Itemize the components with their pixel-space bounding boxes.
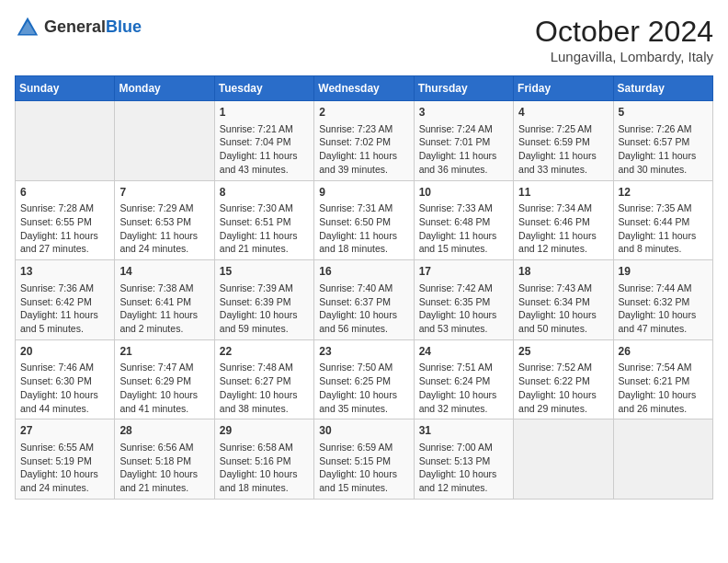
day-info: Sunrise: 7:48 AM Sunset: 6:27 PM Dayligh…	[220, 361, 309, 415]
column-header-friday: Friday	[514, 76, 613, 101]
day-number: 12	[619, 185, 708, 201]
logo-general-text: General	[44, 17, 106, 36]
calendar-cell: 6Sunrise: 7:28 AM Sunset: 6:55 PM Daylig…	[16, 180, 115, 260]
day-number: 25	[518, 344, 608, 360]
day-number: 15	[220, 264, 309, 280]
calendar-cell	[613, 419, 712, 500]
day-info: Sunrise: 7:33 AM Sunset: 6:48 PM Dayligh…	[419, 201, 508, 256]
day-info: Sunrise: 7:40 AM Sunset: 6:37 PM Dayligh…	[319, 282, 408, 336]
day-info: Sunrise: 7:25 AM Sunset: 6:59 PM Dayligh…	[518, 122, 608, 177]
calendar-cell: 16Sunrise: 7:40 AM Sunset: 6:37 PM Dayli…	[314, 260, 414, 340]
day-number: 2	[319, 105, 408, 121]
month-title: October 2024	[535, 15, 713, 49]
calendar-header-row: SundayMondayTuesdayWednesdayThursdayFrid…	[16, 76, 713, 101]
calendar-week-row: 27Sunrise: 6:55 AM Sunset: 5:19 PM Dayli…	[16, 419, 713, 500]
calendar-cell: 14Sunrise: 7:38 AM Sunset: 6:41 PM Dayli…	[115, 260, 214, 340]
calendar-cell: 9Sunrise: 7:31 AM Sunset: 6:50 PM Daylig…	[314, 180, 414, 260]
day-info: Sunrise: 6:55 AM Sunset: 5:19 PM Dayligh…	[20, 441, 109, 495]
calendar-cell: 28Sunrise: 6:56 AM Sunset: 5:18 PM Dayli…	[115, 419, 214, 500]
calendar-cell: 31Sunrise: 7:00 AM Sunset: 5:13 PM Dayli…	[414, 419, 513, 500]
day-number: 30	[319, 423, 408, 439]
calendar-cell: 13Sunrise: 7:36 AM Sunset: 6:42 PM Dayli…	[16, 260, 115, 340]
logo-blue-text: Blue	[106, 17, 142, 36]
day-number: 16	[319, 264, 408, 280]
day-info: Sunrise: 7:29 AM Sunset: 6:53 PM Dayligh…	[119, 201, 209, 256]
day-number: 10	[419, 185, 508, 201]
day-number: 14	[119, 264, 209, 280]
calendar-cell: 21Sunrise: 7:47 AM Sunset: 6:29 PM Dayli…	[115, 339, 214, 419]
day-number: 4	[518, 105, 608, 121]
day-number: 1	[220, 105, 309, 121]
day-info: Sunrise: 7:35 AM Sunset: 6:44 PM Dayligh…	[619, 201, 708, 256]
day-info: Sunrise: 7:39 AM Sunset: 6:39 PM Dayligh…	[220, 282, 309, 336]
day-info: Sunrise: 7:50 AM Sunset: 6:25 PM Dayligh…	[319, 361, 408, 415]
calendar-week-row: 13Sunrise: 7:36 AM Sunset: 6:42 PM Dayli…	[16, 260, 713, 340]
day-info: Sunrise: 7:51 AM Sunset: 6:24 PM Dayligh…	[419, 361, 508, 415]
day-info: Sunrise: 7:31 AM Sunset: 6:50 PM Dayligh…	[319, 201, 408, 256]
day-info: Sunrise: 7:26 AM Sunset: 6:57 PM Dayligh…	[619, 122, 708, 177]
column-header-wednesday: Wednesday	[314, 76, 414, 101]
day-number: 3	[419, 105, 508, 121]
day-number: 8	[220, 185, 309, 201]
day-info: Sunrise: 7:44 AM Sunset: 6:32 PM Dayligh…	[619, 282, 708, 336]
calendar-cell: 25Sunrise: 7:52 AM Sunset: 6:22 PM Dayli…	[514, 339, 613, 419]
column-header-sunday: Sunday	[16, 76, 115, 101]
day-info: Sunrise: 6:56 AM Sunset: 5:18 PM Dayligh…	[119, 441, 209, 495]
day-number: 6	[20, 185, 109, 201]
day-number: 28	[119, 423, 209, 439]
day-info: Sunrise: 7:23 AM Sunset: 7:02 PM Dayligh…	[319, 122, 408, 177]
day-info: Sunrise: 7:38 AM Sunset: 6:41 PM Dayligh…	[119, 282, 209, 336]
day-info: Sunrise: 7:30 AM Sunset: 6:51 PM Dayligh…	[220, 201, 309, 256]
day-number: 18	[518, 264, 608, 280]
column-header-saturday: Saturday	[613, 76, 712, 101]
day-number: 13	[20, 264, 109, 280]
calendar-cell: 26Sunrise: 7:54 AM Sunset: 6:21 PM Dayli…	[613, 339, 712, 419]
calendar-cell	[115, 101, 214, 181]
calendar-cell: 22Sunrise: 7:48 AM Sunset: 6:27 PM Dayli…	[214, 339, 313, 419]
day-number: 29	[220, 423, 309, 439]
day-number: 19	[619, 264, 708, 280]
calendar-cell: 8Sunrise: 7:30 AM Sunset: 6:51 PM Daylig…	[214, 180, 313, 260]
calendar-cell: 5Sunrise: 7:26 AM Sunset: 6:57 PM Daylig…	[613, 101, 712, 181]
day-number: 9	[319, 185, 408, 201]
calendar-cell: 17Sunrise: 7:42 AM Sunset: 6:35 PM Dayli…	[414, 260, 513, 340]
calendar-cell: 10Sunrise: 7:33 AM Sunset: 6:48 PM Dayli…	[414, 180, 513, 260]
day-info: Sunrise: 7:46 AM Sunset: 6:30 PM Dayligh…	[20, 361, 109, 415]
day-info: Sunrise: 7:43 AM Sunset: 6:34 PM Dayligh…	[518, 282, 608, 336]
calendar-cell: 1Sunrise: 7:21 AM Sunset: 7:04 PM Daylig…	[214, 101, 313, 181]
day-number: 24	[419, 344, 508, 360]
calendar-cell: 3Sunrise: 7:24 AM Sunset: 7:01 PM Daylig…	[414, 101, 513, 181]
calendar-cell: 4Sunrise: 7:25 AM Sunset: 6:59 PM Daylig…	[514, 101, 613, 181]
day-info: Sunrise: 7:00 AM Sunset: 5:13 PM Dayligh…	[419, 441, 508, 495]
title-block: October 2024 Lungavilla, Lombardy, Italy	[535, 15, 713, 64]
day-number: 27	[20, 423, 109, 439]
calendar-cell: 20Sunrise: 7:46 AM Sunset: 6:30 PM Dayli…	[16, 339, 115, 419]
calendar-cell	[16, 101, 115, 181]
day-number: 26	[619, 344, 708, 360]
day-info: Sunrise: 7:21 AM Sunset: 7:04 PM Dayligh…	[220, 122, 309, 177]
logo-icon	[15, 15, 40, 40]
day-info: Sunrise: 6:59 AM Sunset: 5:15 PM Dayligh…	[319, 441, 408, 495]
column-header-thursday: Thursday	[414, 76, 513, 101]
calendar-week-row: 1Sunrise: 7:21 AM Sunset: 7:04 PM Daylig…	[16, 101, 713, 181]
day-info: Sunrise: 7:47 AM Sunset: 6:29 PM Dayligh…	[119, 361, 209, 415]
location: Lungavilla, Lombardy, Italy	[535, 49, 713, 64]
day-info: Sunrise: 7:54 AM Sunset: 6:21 PM Dayligh…	[619, 361, 708, 415]
day-number: 21	[119, 344, 209, 360]
day-number: 23	[319, 344, 408, 360]
logo-text: GeneralBlue	[44, 18, 142, 37]
calendar-week-row: 6Sunrise: 7:28 AM Sunset: 6:55 PM Daylig…	[16, 180, 713, 260]
column-header-tuesday: Tuesday	[214, 76, 313, 101]
day-number: 20	[20, 344, 109, 360]
day-info: Sunrise: 7:52 AM Sunset: 6:22 PM Dayligh…	[518, 361, 608, 415]
day-info: Sunrise: 7:24 AM Sunset: 7:01 PM Dayligh…	[419, 122, 508, 177]
calendar-cell: 15Sunrise: 7:39 AM Sunset: 6:39 PM Dayli…	[214, 260, 313, 340]
day-number: 31	[419, 423, 508, 439]
day-info: Sunrise: 7:28 AM Sunset: 6:55 PM Dayligh…	[20, 201, 109, 256]
calendar-cell: 7Sunrise: 7:29 AM Sunset: 6:53 PM Daylig…	[115, 180, 214, 260]
day-info: Sunrise: 7:36 AM Sunset: 6:42 PM Dayligh…	[20, 282, 109, 336]
calendar-cell: 19Sunrise: 7:44 AM Sunset: 6:32 PM Dayli…	[613, 260, 712, 340]
page-header: GeneralBlue October 2024 Lungavilla, Lom…	[15, 15, 713, 64]
logo: GeneralBlue	[15, 15, 142, 40]
day-info: Sunrise: 7:34 AM Sunset: 6:46 PM Dayligh…	[518, 201, 608, 256]
